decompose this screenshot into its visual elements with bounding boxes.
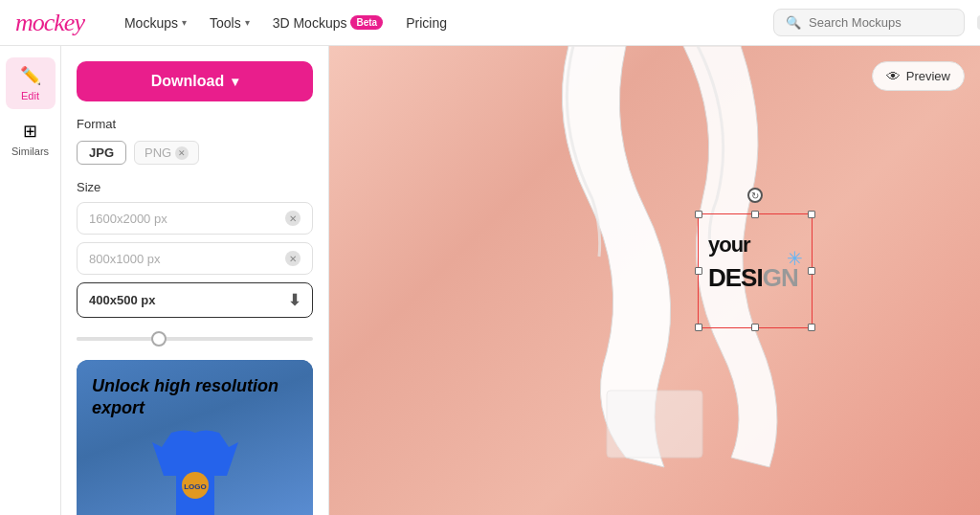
sidebar-item-edit[interactable]: ✏️ Edit	[6, 57, 56, 109]
upgrade-card: Unlock high resolution export LOGO Upgra…	[77, 360, 313, 515]
edit-icon: ✏️	[20, 65, 41, 86]
chevron-icon: ▾	[245, 17, 250, 28]
logo[interactable]: mockey	[15, 9, 84, 37]
format-jpg-button[interactable]: JPG	[77, 141, 126, 165]
size-remove-icon[interactable]: ✕	[285, 211, 301, 226]
lanyard-container	[329, 46, 980, 515]
format-section: Format JPG PNG ✕	[77, 117, 313, 165]
size-section: Size 1600x2000 px ✕ 800x1000 px ✕ 400x50…	[77, 180, 313, 318]
canvas-area: ↻ your DESIGN ✳ 👁 Preview	[329, 46, 980, 515]
preview-button[interactable]: 👁 Preview	[872, 61, 965, 91]
eye-icon: 👁	[886, 68, 901, 84]
size-option-400[interactable]: 400x500 px ⬇	[77, 282, 313, 318]
search-input[interactable]	[809, 15, 969, 30]
grid-icon: ⊞	[23, 121, 37, 142]
size-option-1600: 1600x2000 px ✕	[77, 202, 313, 235]
chevron-icon: ▾	[182, 17, 187, 28]
svg-rect-2	[607, 391, 702, 458]
png-disabled-icon: ✕	[175, 146, 189, 160]
nav-item-pricing[interactable]: Pricing	[396, 10, 457, 36]
navbar: mockey Mockups ▾ Tools ▾ 3D Mockups Beta…	[0, 0, 980, 46]
nav-item-mockups[interactable]: Mockups ▾	[115, 10, 196, 36]
nav-item-3d-mockups[interactable]: 3D Mockups Beta	[263, 10, 393, 36]
sidebar-item-similars[interactable]: ⊞ Similars	[6, 113, 56, 165]
nav-links: Mockups ▾ Tools ▾ 3D Mockups Beta Pricin…	[115, 10, 750, 36]
slider-track	[77, 337, 313, 341]
format-label: Format	[77, 117, 313, 131]
download-button[interactable]: Download ▾	[77, 61, 313, 101]
format-options: JPG PNG ✕	[77, 141, 313, 165]
slider-fill	[77, 337, 159, 341]
tshirt-mockup-svg: LOGO	[152, 428, 238, 515]
size-option-800: 800x1000 px ✕	[77, 242, 313, 275]
star-icon: ✳	[787, 247, 803, 270]
panel: Download ▾ Format JPG PNG ✕ Size 1600x20…	[61, 46, 329, 515]
beta-badge: Beta	[350, 15, 383, 30]
main-layout: ✏️ Edit ⊞ Similars Download ▾ Format JPG…	[0, 46, 980, 515]
upgrade-title: Unlock high resolution export	[92, 375, 298, 420]
size-remove-icon[interactable]: ✕	[285, 251, 301, 266]
svg-text:LOGO: LOGO	[184, 482, 207, 491]
sidebar: ✏️ Edit ⊞ Similars	[0, 46, 61, 515]
chevron-down-icon: ▾	[232, 74, 238, 89]
format-png-option: PNG ✕	[134, 141, 199, 165]
search-bar[interactable]: 🔍 ⌘K	[773, 9, 965, 36]
slider-thumb[interactable]	[151, 331, 167, 347]
nav-item-tools[interactable]: Tools ▾	[200, 10, 259, 36]
download-size-icon[interactable]: ⬇	[288, 291, 301, 309]
lanyard-svg	[329, 46, 980, 515]
quality-slider[interactable]	[77, 333, 313, 345]
size-label: Size	[77, 180, 313, 194]
search-icon: 🔍	[786, 15, 801, 30]
